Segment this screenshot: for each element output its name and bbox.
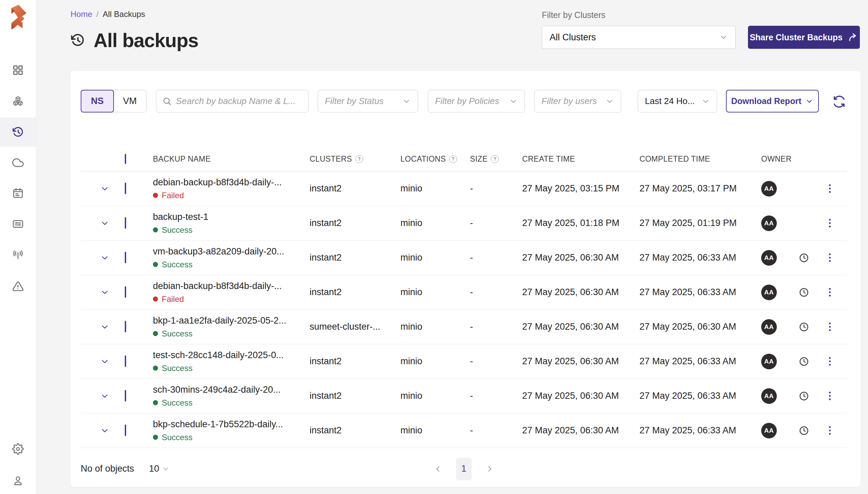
expand-row-chevron-icon[interactable]: [100, 426, 110, 435]
search-box: [156, 90, 309, 113]
time-range-value: Last 24 Ho...: [645, 96, 695, 107]
page-number-button[interactable]: 1: [456, 458, 472, 480]
sidebar-item-user[interactable]: [0, 466, 36, 494]
search-input[interactable]: [176, 96, 302, 107]
expand-row-chevron-icon[interactable]: [100, 218, 110, 228]
retention-clock-icon[interactable]: [798, 425, 809, 436]
expand-row-chevron-icon[interactable]: [100, 322, 110, 332]
column-header: SIZE?: [470, 154, 522, 164]
previous-page-button[interactable]: [434, 464, 442, 473]
breadcrumb-separator: /: [96, 10, 99, 19]
column-header-label: OWNER: [761, 154, 792, 164]
row-checkbox[interactable]: [125, 356, 126, 367]
share-cluster-backups-button[interactable]: Share Cluster Backups: [748, 26, 860, 49]
size-cell: -: [470, 425, 522, 436]
ns-vm-toggle: NS VM: [81, 90, 146, 113]
location-cell: minio: [401, 356, 470, 367]
column-header-label: COMPLETED TIME: [640, 154, 710, 164]
expand-row-chevron-icon[interactable]: [100, 184, 110, 193]
cluster-filter-select[interactable]: All Clusters: [542, 26, 736, 49]
table-row: test-sch-28cc148-daily-2025-0... Success…: [81, 344, 847, 379]
filter-by-status-dropdown[interactable]: Filter by Status: [318, 90, 418, 113]
row-checkbox[interactable]: [125, 217, 126, 229]
row-checkbox[interactable]: [125, 321, 126, 332]
row-actions-kebab-menu[interactable]: [827, 355, 833, 368]
page-size-dropdown[interactable]: 10: [149, 463, 169, 474]
download-report-button[interactable]: Download Report: [726, 90, 819, 113]
row-checkbox[interactable]: [125, 286, 126, 298]
owner-avatar: AA: [761, 388, 777, 404]
sidebar-item-gear[interactable]: [0, 434, 36, 463]
filter-by-users-dropdown[interactable]: Filter by users: [534, 90, 621, 113]
expand-row-chevron-icon[interactable]: [100, 253, 110, 263]
column-header: CREATE TIME: [522, 154, 640, 164]
status-label: Success: [162, 433, 192, 442]
status-dot-icon: [153, 227, 158, 232]
status-badge: Success: [153, 260, 310, 269]
time-range-dropdown[interactable]: Last 24 Ho...: [638, 90, 717, 113]
column-header-label: CLUSTERS: [310, 154, 352, 164]
retention-clock-icon[interactable]: [798, 287, 809, 298]
cluster-cell: instant2: [310, 183, 401, 194]
retention-clock-icon[interactable]: [798, 252, 809, 263]
row-checkbox[interactable]: [125, 390, 126, 401]
row-actions-kebab-menu[interactable]: [827, 286, 833, 299]
filter-by-policies-dropdown[interactable]: Filter by Policies: [428, 90, 525, 113]
row-checkbox[interactable]: [125, 424, 126, 436]
chevron-down-icon: [162, 465, 169, 473]
sidebar-item-cloud[interactable]: [0, 148, 36, 177]
select-all-checkbox[interactable]: [125, 154, 126, 164]
cloud-icon: [12, 157, 24, 168]
help-question-icon[interactable]: ?: [449, 155, 457, 163]
refresh-icon: [833, 95, 846, 108]
chevron-down-icon: [701, 97, 710, 106]
row-actions-kebab-menu[interactable]: [827, 424, 833, 437]
sidebar-item-flow[interactable]: [0, 209, 36, 239]
retention-clock-icon[interactable]: [798, 322, 809, 332]
column-header-label: SIZE: [470, 154, 487, 164]
expand-row-chevron-icon[interactable]: [100, 288, 110, 297]
table-header: BACKUP NAMECLUSTERS?LOCATIONS?SIZE?CREAT…: [81, 147, 847, 171]
next-page-button[interactable]: [485, 464, 494, 473]
completed-time-cell: 27 May 2025, 06:33 AM: [640, 425, 761, 436]
row-actions-kebab-menu[interactable]: [827, 251, 833, 264]
sidebar-item-history[interactable]: [0, 118, 36, 147]
size-cell: -: [470, 287, 522, 298]
ns-tab[interactable]: NS: [81, 90, 114, 113]
breadcrumb-home-link[interactable]: Home: [71, 10, 92, 19]
row-actions-kebab-menu[interactable]: [827, 182, 833, 195]
size-cell: -: [470, 252, 522, 263]
size-cell: -: [470, 356, 522, 367]
help-question-icon[interactable]: ?: [355, 155, 363, 163]
status-dot-icon: [153, 400, 158, 405]
create-time-cell: 27 May 2025, 06:30 AM: [522, 391, 640, 401]
row-actions-kebab-menu[interactable]: [827, 217, 833, 229]
row-checkbox[interactable]: [125, 183, 126, 194]
row-actions-kebab-menu[interactable]: [827, 321, 833, 333]
location-cell: minio: [401, 322, 470, 332]
retention-clock-icon[interactable]: [798, 356, 809, 367]
sidebar-item-grid[interactable]: [0, 56, 36, 85]
cluster-filter-label: Filter by Clusters: [542, 10, 606, 20]
sidebar-item-warning[interactable]: [0, 272, 36, 301]
row-checkbox[interactable]: [125, 252, 126, 263]
sidebar-item-calendar[interactable]: [0, 178, 36, 208]
vm-tab[interactable]: VM: [114, 90, 146, 112]
filter-by-policies-placeholder: Filter by Policies: [435, 96, 499, 107]
cluster-cell: instant2: [310, 252, 401, 263]
status-badge: Failed: [153, 191, 310, 200]
table-row: debian-backup-b8f3d4b-daily-... Failed i…: [81, 171, 847, 206]
sidebar-item-cubes[interactable]: [0, 87, 36, 116]
row-actions-kebab-menu[interactable]: [827, 390, 833, 402]
status-badge: Success: [153, 225, 310, 235]
help-question-icon[interactable]: ?: [491, 155, 499, 163]
chevron-down-icon: [805, 97, 813, 106]
objects-count-label: No of objects: [81, 463, 134, 474]
expand-row-chevron-icon[interactable]: [100, 391, 110, 401]
refresh-button[interactable]: [833, 95, 846, 109]
retention-clock-icon[interactable]: [798, 391, 809, 401]
chevron-down-icon: [719, 33, 728, 42]
expand-row-chevron-icon[interactable]: [100, 357, 110, 366]
sidebar-item-antenna[interactable]: [0, 240, 36, 269]
status-label: Failed: [162, 191, 184, 200]
